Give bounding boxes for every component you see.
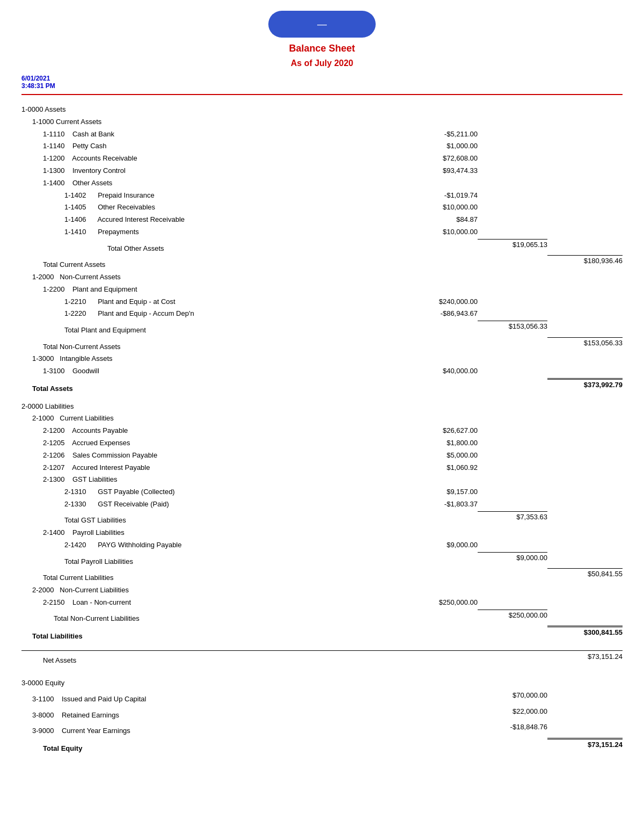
report-subtitle: As of July 2020 xyxy=(21,59,623,68)
line-accounts-payable: 2-1200 Accounts Payable $26,627.00 xyxy=(21,425,623,437)
current-liabilities-header: 2-1000 Current Liabilities xyxy=(21,412,623,425)
non-current-liabilities-header: 2-2000 Non-Current Liabilities xyxy=(21,584,623,597)
total-plant: Total Plant and Equipment $153,056.33 xyxy=(21,320,623,337)
plant-equipment-header: 1-2200 Plant and Equipment xyxy=(21,284,623,296)
line-3100: 1-3100 Goodwill $40,000.00 xyxy=(21,365,623,378)
company-logo xyxy=(268,11,376,38)
line-1406: 1-1406 Accured Interest Receivable $84.8… xyxy=(21,214,623,226)
line-2206: 2-1206 Sales Commission Payable $5,000.0… xyxy=(21,449,623,462)
total-assets: Total Assets $373,992.79 xyxy=(21,378,623,395)
header-divider xyxy=(21,94,623,95)
total-gst: Total GST Liabilities $7,353.63 xyxy=(21,511,623,527)
logo-area xyxy=(21,11,623,38)
assets-header: 1-0000 Assets xyxy=(21,104,623,116)
line-2210: 1-2210 Plant and Equip - at Cost $240,00… xyxy=(21,296,623,308)
total-current-liabilities: Total Current Liabilities $50,841.55 xyxy=(21,568,623,584)
non-current-assets-header: 1-2000 Non-Current Assets xyxy=(21,271,623,284)
line-1140: 1-1140 Petty Cash $1,000.00 xyxy=(21,140,623,153)
total-current-assets: Total Current Assets $180,936.46 xyxy=(21,255,623,271)
liabilities-header: 2-0000 Liabilities xyxy=(21,401,623,413)
line-2310: 2-1310 GST Payable (Collected) $9,157.00 xyxy=(21,486,623,498)
line-1200: 1-1200 Accounts Receivable $72,608.00 xyxy=(21,153,623,165)
line-1300: 1-1300 Inventory Control $93,474.33 xyxy=(21,165,623,177)
line-2205: 2-1205 Accrued Expenses $1,800.00 xyxy=(21,437,623,449)
line-2420: 2-1420 PAYG Withholding Payable $9,000.0… xyxy=(21,539,623,552)
line-3900: 3-9000 Current Year Earnings -$18,848.76 xyxy=(21,721,623,737)
line-2220: 1-2220 Plant and Equip - Accum Dep'n -$8… xyxy=(21,308,623,320)
line-3800: 3-8000 Retained Earnings $22,000.00 xyxy=(21,706,623,722)
total-equity: Total Equity $73,151.24 xyxy=(21,737,623,755)
total-payroll: Total Payroll Liabilities $9,000.00 xyxy=(21,552,623,568)
other-assets-header: 1-1400 Other Assets xyxy=(21,177,623,190)
line-1410: 1-1410 Prepayments $10,000.00 xyxy=(21,226,623,238)
gst-liabilities-header: 2-1300 GST Liabilities xyxy=(21,474,623,486)
current-assets-header: 1-1000 Current Assets xyxy=(21,116,623,128)
line-1405: 1-1405 Other Receivables $10,000.00 xyxy=(21,201,623,214)
total-non-current-liabilities: Total Non-Current Liabilities $250,000.0… xyxy=(21,609,623,626)
line-2150: 2-2150 Loan - Non-current $250,000.00 xyxy=(21,597,623,609)
line-1402: 1-1402 Prepaid Insurance -$1,019.74 xyxy=(21,190,623,202)
total-liabilities: Total Liabilities $300,841.55 xyxy=(21,625,623,643)
line-2330: 2-1330 GST Receivable (Paid) -$1,803.37 xyxy=(21,498,623,511)
line-2207: 2-1207 Accured Interest Payable $1,060.9… xyxy=(21,462,623,474)
net-assets: Net Assets $73,151.24 xyxy=(21,650,623,667)
equity-header: 3-0000 Equity xyxy=(21,677,623,690)
total-other-assets: Total Other Assets $19,065.13 xyxy=(21,238,623,255)
line-3100-equity: 3-1100 Issued and Paid Up Capital $70,00… xyxy=(21,690,623,706)
total-non-current-assets: Total Non-Current Assets $153,056.33 xyxy=(21,337,623,353)
balance-sheet-body: 1-0000 Assets 1-1000 Current Assets 1-11… xyxy=(21,104,623,755)
payroll-liabilities-header: 2-1400 Payroll Liabilities xyxy=(21,527,623,539)
report-date: 6/01/2021 3:48:31 PM xyxy=(21,75,623,90)
line-1110: 1-1110 Cash at Bank -$5,211.00 xyxy=(21,128,623,141)
intangible-assets-header: 1-3000 Intangible Assets xyxy=(21,353,623,365)
report-title: Balance Sheet xyxy=(21,43,623,54)
